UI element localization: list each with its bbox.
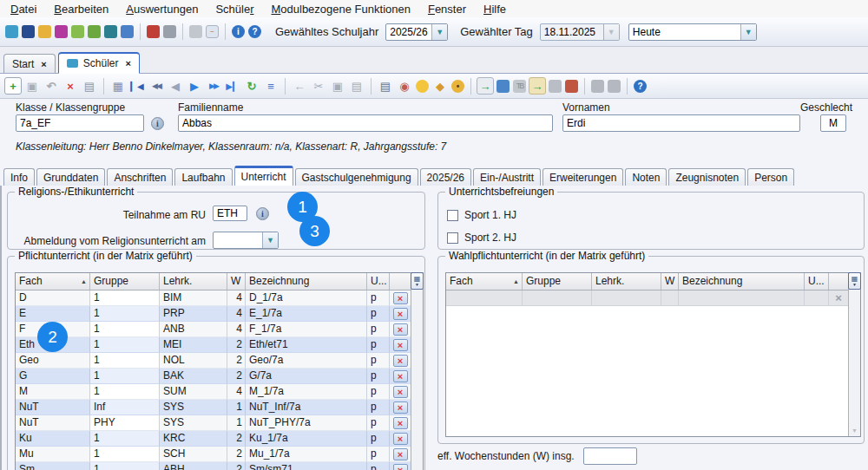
delete-row-button[interactable]	[393, 417, 408, 429]
eff-wochenstunden-input[interactable]	[583, 447, 637, 465]
tab-ein-austritt[interactable]: Ein-/Austritt	[473, 168, 541, 186]
cell-lehrk[interactable]: SUM	[160, 384, 227, 400]
menu-auswertungen[interactable]: Auswertungen	[117, 1, 207, 17]
cell-bezeichnung[interactable]: G/7a	[246, 369, 367, 384]
tab-noten[interactable]: Noten	[625, 168, 667, 186]
cell-bezeichnung[interactable]: M_1/7a	[246, 384, 367, 400]
teachers-icon[interactable]	[38, 25, 51, 38]
last-record-icon[interactable]: ▶▎	[224, 77, 241, 95]
column-header-bezeichnung[interactable]: Bezeichnung	[246, 273, 367, 290]
checkbox-box[interactable]	[447, 232, 458, 244]
reminder-clock-icon[interactable]: •	[451, 80, 464, 93]
blue-table-icon[interactable]	[121, 25, 134, 38]
cell-fach[interactable]: Sm	[16, 462, 90, 470]
tab-gastschulgenehmigung[interactable]: Gastschulgenehmigung	[295, 168, 418, 186]
abmeldung-date-value[interactable]	[214, 232, 262, 248]
cell-gruppe[interactable]: 1	[90, 431, 160, 447]
delete-row-button[interactable]	[393, 464, 408, 470]
window-tab-sch-ler[interactable]: Schüler	[58, 52, 140, 74]
cell-gruppe[interactable]: 1	[90, 322, 160, 337]
refresh-icon[interactable]: ↻	[243, 77, 260, 95]
cell-gruppe[interactable]: 1	[90, 353, 160, 369]
cell-fach[interactable]: Mu	[16, 447, 90, 462]
scroll-down-icon[interactable]	[852, 425, 858, 436]
cell-u[interactable]: p	[367, 447, 390, 462]
cell-lehrk[interactable]: ANB	[160, 322, 227, 337]
next-record-icon[interactable]: ▶	[186, 77, 203, 95]
cell-u[interactable]: p	[367, 415, 390, 431]
cell-lehrk[interactable]: PRP	[160, 306, 227, 322]
column-header-gruppe[interactable]: Gruppe	[523, 273, 592, 290]
delete-row-button[interactable]	[393, 401, 408, 414]
cell-w[interactable]: 2	[227, 462, 246, 470]
school-year-select[interactable]	[385, 23, 448, 41]
cell-bezeichnung[interactable]: NuT_PHY/7a	[246, 415, 367, 431]
cell-bezeichnung[interactable]: E_1/7a	[246, 306, 367, 322]
preview-eye-icon[interactable]: ◉	[396, 77, 413, 95]
column-header-gruppe[interactable]: Gruppe	[90, 273, 160, 290]
cell-u[interactable]: p	[367, 400, 390, 415]
delete-row-button[interactable]	[393, 339, 408, 351]
cell-lehrk[interactable]: SYS	[160, 400, 227, 415]
cell-u[interactable]: p	[367, 384, 390, 400]
vertical-scrollbar[interactable]	[848, 273, 860, 436]
fast-prev-icon[interactable]: ◀◀	[148, 77, 165, 95]
menu-sch-ler[interactable]: Schüler	[207, 1, 262, 17]
ru-info-icon[interactable]	[256, 207, 269, 220]
cell-w[interactable]: 4	[227, 322, 246, 337]
lesson-bubble-icon[interactable]	[55, 25, 68, 38]
table-settings-button[interactable]	[411, 272, 424, 290]
cell-fach[interactable]: NuT	[16, 400, 90, 415]
cell-lehrk[interactable]: MEI	[160, 337, 227, 353]
chevron-down-icon[interactable]	[262, 232, 278, 248]
cell-fach[interactable]: NuT	[16, 415, 90, 431]
cell-fach[interactable]: Ku	[16, 431, 90, 447]
tab-2025-26[interactable]: 2025/26	[420, 168, 471, 186]
gender-input[interactable]	[820, 114, 846, 132]
chevron-down-icon[interactable]	[431, 24, 447, 40]
delete-row-button[interactable]	[393, 308, 408, 320]
column-header-w[interactable]: W	[227, 273, 246, 290]
cell-u[interactable]: p	[367, 353, 390, 369]
delete-row-button[interactable]	[393, 386, 408, 398]
tab-grunddaten[interactable]: Grunddaten	[36, 168, 105, 186]
cell-bezeichnung[interactable]: Sm/sm71	[246, 462, 367, 470]
first-record-icon[interactable]: ▎◀	[128, 77, 146, 95]
cell-fach[interactable]: G	[16, 369, 90, 384]
menu-modulbezogene-funktionen[interactable]: Modulbezogene Funktionen	[262, 1, 418, 17]
print-icon[interactable]: ▤	[377, 77, 394, 95]
cell-w[interactable]: 2	[227, 447, 246, 462]
cell-fach[interactable]: M	[16, 384, 90, 400]
table-settings-button[interactable]	[848, 272, 861, 290]
day-mode-select[interactable]	[628, 23, 757, 41]
cell-u[interactable]: p	[367, 290, 390, 306]
cell-lehrk[interactable]: BAK	[160, 369, 227, 384]
cell-fach[interactable]: D	[16, 290, 90, 306]
tab-zeugnisnoten[interactable]: Zeugnisnoten	[668, 168, 746, 186]
cell-bezeichnung[interactable]: Mu_1/7a	[246, 447, 367, 462]
cell-fach[interactable]: E	[16, 306, 90, 322]
column-header-bezeichnung[interactable]: Bezeichnung	[679, 273, 805, 290]
cell-bezeichnung[interactable]: F_1/7a	[246, 322, 367, 337]
cell-lehrk[interactable]: ABH	[160, 462, 227, 470]
graduation-cap-icon[interactable]	[104, 25, 117, 38]
tab-unterricht[interactable]: Unterricht	[234, 166, 293, 186]
menu-bearbeiten[interactable]: Bearbeiten	[45, 1, 117, 17]
hint-bulb-icon[interactable]	[416, 80, 429, 93]
folder-export-icon[interactable]: →	[529, 77, 546, 95]
checkbox-sport-1-hj[interactable]: Sport 1. HJ	[447, 209, 516, 221]
school-year-value[interactable]	[386, 24, 431, 40]
cell-gruppe[interactable]: 1	[90, 462, 160, 470]
vertical-scrollbar[interactable]	[411, 273, 423, 470]
cell-gruppe[interactable]: 1	[90, 337, 160, 353]
first-name-input[interactable]	[562, 114, 800, 132]
help-icon[interactable]: ?	[248, 25, 261, 38]
delete-row-button[interactable]	[393, 433, 408, 445]
delete-row-button[interactable]	[393, 292, 408, 304]
cell-w[interactable]: 2	[227, 369, 246, 384]
class-input[interactable]	[16, 114, 144, 132]
students-icon[interactable]	[5, 25, 18, 38]
cell-u[interactable]: p	[367, 306, 390, 322]
tab-laufbahn[interactable]: Laufbahn	[174, 168, 232, 186]
cell-lehrk[interactable]: KRC	[160, 431, 227, 447]
